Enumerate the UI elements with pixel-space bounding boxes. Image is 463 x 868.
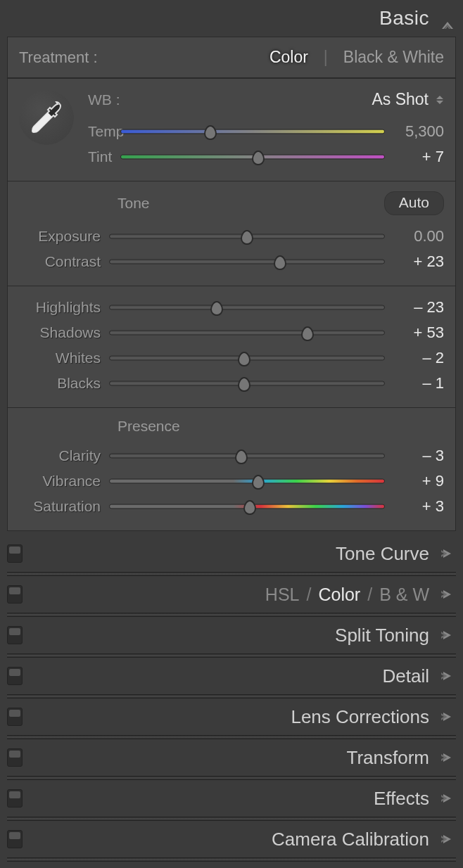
saturation-slider[interactable] bbox=[109, 500, 385, 513]
split-toning-panel[interactable]: Split Toning bbox=[0, 617, 463, 653]
chevron-left-icon[interactable] bbox=[439, 793, 453, 803]
effects-toggle[interactable] bbox=[7, 789, 23, 808]
presence-head: Presence bbox=[109, 418, 180, 435]
treatment-label: Treatment : bbox=[19, 49, 98, 67]
basic-panel-title: Basic bbox=[379, 7, 429, 30]
camera-calibration-toggle[interactable] bbox=[7, 830, 23, 848]
effects-title: Effects bbox=[374, 788, 429, 810]
lens-corrections-toggle[interactable] bbox=[7, 708, 23, 726]
exposure-label: Exposure bbox=[15, 228, 109, 245]
blacks-slider[interactable] bbox=[109, 377, 385, 390]
shadows-value[interactable]: + 53 bbox=[385, 324, 444, 342]
chevron-left-icon[interactable] bbox=[439, 671, 453, 681]
saturation-label: Saturation bbox=[15, 498, 109, 515]
vibrance-slider[interactable] bbox=[109, 475, 385, 487]
wb-eyedropper-button[interactable] bbox=[19, 90, 74, 145]
vibrance-label: Vibrance bbox=[15, 473, 109, 490]
tone-section: Tone Auto Exposure 0.00 Contrast + 23 bbox=[8, 181, 455, 286]
wb-section: WB : As Shot Temp bbox=[8, 78, 455, 181]
highlights-value[interactable]: – 23 bbox=[385, 298, 444, 317]
tone-curve-title: Tone Curve bbox=[336, 543, 429, 565]
lens-corrections-panel[interactable]: Lens Corrections bbox=[0, 698, 463, 735]
wb-preset-value: As Shot bbox=[372, 90, 429, 109]
chevron-left-icon[interactable] bbox=[439, 712, 453, 722]
transform-panel[interactable]: Transform bbox=[0, 739, 463, 776]
panel-divider bbox=[7, 857, 456, 862]
clarity-label: Clarity bbox=[15, 447, 109, 464]
shadows-label: Shadows bbox=[15, 324, 109, 341]
tone-curve-toggle[interactable] bbox=[7, 544, 23, 563]
presence-section: Presence Clarity – 3 Vibrance + 9 Satura… bbox=[8, 407, 455, 530]
camera-calibration-title: Camera Calibration bbox=[272, 829, 429, 850]
split-toning-title: Split Toning bbox=[335, 625, 429, 646]
basic-panel-body: Treatment : Color | Black & White WB : bbox=[7, 37, 456, 531]
temp-label: Temp bbox=[88, 123, 120, 140]
vibrance-value[interactable]: + 9 bbox=[385, 472, 444, 490]
exposure-slider[interactable] bbox=[109, 230, 385, 243]
treatment-separator: | bbox=[324, 48, 328, 67]
effects-panel[interactable]: Effects bbox=[0, 780, 463, 817]
hsl-toggle[interactable] bbox=[7, 585, 23, 604]
basic-panel-header[interactable]: Basic bbox=[0, 0, 463, 37]
whites-label: Whites bbox=[15, 350, 109, 366]
detail-panel[interactable]: Detail bbox=[0, 658, 463, 694]
contrast-value[interactable]: + 23 bbox=[385, 253, 444, 271]
chevron-left-icon[interactable] bbox=[439, 549, 453, 559]
contrast-slider[interactable] bbox=[109, 255, 385, 268]
treatment-row: Treatment : Color | Black & White bbox=[8, 37, 455, 78]
detail-title: Detail bbox=[383, 665, 429, 687]
temp-slider[interactable] bbox=[120, 125, 385, 138]
tone-head: Tone bbox=[109, 195, 150, 212]
transform-title: Transform bbox=[347, 747, 430, 769]
whites-value[interactable]: – 2 bbox=[385, 349, 444, 367]
eyedropper-icon bbox=[28, 99, 65, 136]
tone-curve-panel[interactable]: Tone Curve bbox=[0, 535, 463, 572]
temp-value[interactable]: 5,300 bbox=[385, 122, 444, 141]
hsl-label[interactable]: HSL bbox=[265, 585, 300, 605]
split-toning-toggle[interactable] bbox=[7, 626, 23, 644]
wb-preset-dropdown[interactable]: As Shot bbox=[372, 90, 444, 109]
clarity-slider[interactable] bbox=[109, 449, 385, 462]
chevron-down-icon[interactable] bbox=[442, 15, 453, 22]
whites-slider[interactable] bbox=[109, 352, 385, 364]
detail-toggle[interactable] bbox=[7, 667, 23, 685]
clarity-value[interactable]: – 3 bbox=[385, 447, 444, 465]
shadows-slider[interactable] bbox=[109, 326, 385, 339]
tone-extended-section: Highlights – 23 Shadows + 53 Whites – 2 bbox=[8, 286, 455, 407]
camera-calibration-panel[interactable]: Camera Calibration bbox=[0, 821, 463, 857]
blacks-label: Blacks bbox=[15, 375, 109, 392]
saturation-value[interactable]: + 3 bbox=[385, 497, 444, 516]
lens-corrections-title: Lens Corrections bbox=[291, 706, 429, 728]
contrast-label: Contrast bbox=[15, 253, 109, 270]
tint-slider-row: Tint + 7 bbox=[88, 144, 444, 170]
wb-label: WB : bbox=[88, 91, 120, 108]
stepper-icon bbox=[436, 96, 444, 104]
auto-button[interactable]: Auto bbox=[384, 191, 444, 215]
treatment-color-button[interactable]: Color bbox=[269, 48, 308, 67]
exposure-value[interactable]: 0.00 bbox=[385, 227, 444, 245]
chevron-left-icon[interactable] bbox=[439, 589, 453, 599]
highlights-label: Highlights bbox=[15, 299, 109, 316]
hsl-color-label[interactable]: Color bbox=[318, 585, 360, 605]
chevron-left-icon[interactable] bbox=[439, 834, 453, 844]
hsl-panel[interactable]: HSL / Color / B & W bbox=[0, 576, 463, 613]
treatment-bw-button[interactable]: Black & White bbox=[343, 48, 444, 67]
tint-slider[interactable] bbox=[120, 151, 385, 163]
temp-slider-row: Temp 5,300 bbox=[88, 119, 444, 144]
blacks-value[interactable]: – 1 bbox=[385, 374, 444, 392]
transform-toggle[interactable] bbox=[7, 748, 23, 767]
chevron-left-icon[interactable] bbox=[439, 630, 453, 640]
highlights-slider[interactable] bbox=[109, 301, 385, 314]
tint-label: Tint bbox=[88, 148, 120, 165]
tint-value[interactable]: + 7 bbox=[385, 148, 444, 166]
hsl-bw-label[interactable]: B & W bbox=[379, 585, 429, 605]
chevron-left-icon[interactable] bbox=[439, 753, 453, 762]
